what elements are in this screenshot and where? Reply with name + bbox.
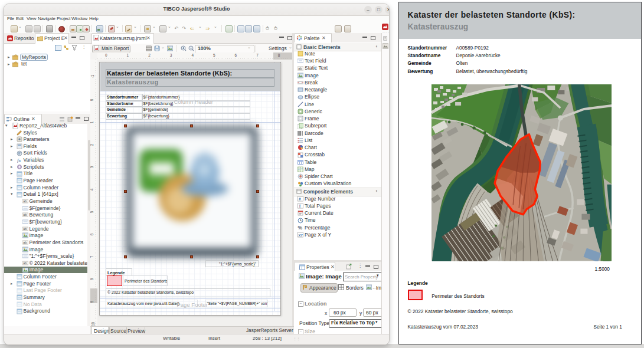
svg-text:ab: ab — [23, 241, 27, 244]
svg-text:ab: ab — [298, 67, 302, 70]
svg-text:#: # — [299, 197, 301, 201]
svg-text:%: % — [298, 225, 303, 231]
svg-text:ab: ab — [23, 261, 27, 265]
svg-text:ab: ab — [23, 199, 27, 203]
svg-text:fx: fx — [17, 157, 21, 163]
svg-text:XY: XY — [299, 234, 303, 237]
svg-text:T: T — [299, 204, 301, 208]
svg-text:ab: ab — [23, 227, 27, 231]
svg-text:ab: ab — [23, 214, 27, 217]
